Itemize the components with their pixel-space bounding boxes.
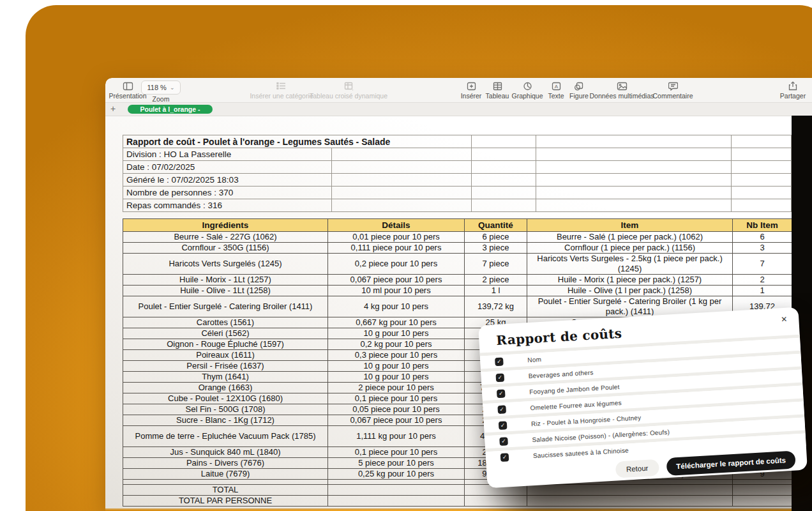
nb-cell[interactable]: 3 bbox=[733, 243, 792, 254]
details-cell[interactable]: 10 ml pour 10 pers bbox=[328, 286, 465, 296]
details-cell[interactable]: 0,1 piece pour 10 pers bbox=[328, 393, 465, 404]
ingredient-cell[interactable]: Carottes (1561) bbox=[123, 317, 328, 328]
details-cell[interactable]: 10 g pour 10 pers bbox=[328, 328, 465, 339]
column-header[interactable]: Quantité bbox=[465, 219, 527, 232]
ingredient-cell[interactable]: Sucre - Blanc - 1Kg (1712) bbox=[123, 415, 328, 426]
meals-cell[interactable]: Repas commandés : 316 bbox=[123, 199, 332, 212]
table-row: Cornflour - 350G (1156)0,111 piece pour … bbox=[123, 243, 792, 254]
comment-button[interactable]: Commentaire bbox=[650, 80, 696, 100]
details-cell[interactable]: 2 piece pour 10 pers bbox=[328, 383, 465, 393]
checkbox-checked-icon[interactable]: ✓ bbox=[495, 373, 504, 382]
table-button[interactable]: Tableau bbox=[483, 80, 511, 100]
ingredient-cell[interactable]: Thym (1641) bbox=[123, 372, 328, 383]
checkbox-checked-icon[interactable]: ✓ bbox=[497, 405, 506, 414]
table-row: Huile - Olive - 1Lt (1258)10 ml pour 10 … bbox=[123, 286, 792, 296]
media-button[interactable]: Données multimédias bbox=[589, 80, 655, 100]
zoom-dropdown[interactable]: 118 % ⌄ bbox=[141, 80, 181, 95]
ingredient-cell[interactable]: Céleri (1562) bbox=[123, 328, 328, 339]
pivot-table-icon bbox=[344, 80, 354, 91]
item-cell[interactable]: Beurre - Salé (1 piece per pack.) (1062) bbox=[527, 232, 733, 243]
checkbox-checked-icon[interactable]: ✓ bbox=[495, 357, 504, 366]
quantity-cell[interactable]: 3 piece bbox=[465, 243, 527, 254]
add-sheet-button[interactable]: + bbox=[110, 103, 116, 114]
details-cell[interactable]: 0,1 piece pour 10 pers bbox=[328, 447, 465, 458]
details-cell[interactable]: 0,067 piece pour 10 pers bbox=[328, 415, 465, 426]
total-label-cell[interactable]: TOTAL bbox=[123, 485, 328, 496]
persons-cell[interactable]: Nombre de personnes : 370 bbox=[123, 187, 332, 199]
ingredient-cell[interactable]: Huile - Olive - 1Lt (1258) bbox=[123, 286, 328, 296]
date-cell[interactable]: Date : 07/02/2025 bbox=[123, 161, 332, 174]
insert-category-button: Insérer une catégorie bbox=[250, 80, 313, 100]
details-cell[interactable]: 0,2 kg pour 10 pers bbox=[328, 339, 465, 350]
nb-cell[interactable]: 7 bbox=[733, 254, 792, 275]
details-cell[interactable]: 0,067 piece pour 10 pers bbox=[328, 275, 465, 286]
ingredient-cell[interactable]: Jus - Sunquick 840 mL (1840) bbox=[123, 447, 328, 458]
insert-button[interactable]: Insérer bbox=[457, 80, 485, 100]
ingredient-cell[interactable]: Sel Fin - 500G (1708) bbox=[123, 404, 328, 415]
details-cell[interactable]: 0,667 kg pour 10 pers bbox=[328, 317, 465, 328]
ingredient-cell[interactable]: Cornflour - 350G (1156) bbox=[123, 243, 328, 254]
item-cell[interactable]: Haricots Verts Surgeles - 2.5kg (1 piece… bbox=[527, 254, 733, 275]
dialog-item-label: Beverages and others bbox=[528, 369, 593, 379]
ingredient-cell[interactable]: Oignon - Rouge Épluché (1597) bbox=[123, 339, 328, 350]
item-cell[interactable]: Cornflour (1 piece per pack.) (1156) bbox=[527, 243, 733, 254]
ingredient-cell[interactable]: Poireaux (1611) bbox=[123, 350, 328, 361]
ingredient-cell[interactable]: Huile - Morix - 1Lt (1257) bbox=[123, 275, 328, 286]
column-header[interactable]: Ingrédients bbox=[123, 219, 328, 232]
share-button[interactable]: Partager bbox=[767, 80, 812, 100]
details-cell[interactable]: 4 kg pour 10 pers bbox=[328, 296, 465, 317]
details-cell[interactable]: 0,25 kg pour 10 pers bbox=[328, 469, 465, 480]
generated-cell[interactable]: Généré le : 07/02/2025 18:03 bbox=[123, 174, 332, 187]
checkbox-checked-icon[interactable]: ✓ bbox=[499, 437, 508, 446]
checkbox-checked-icon[interactable]: ✓ bbox=[499, 421, 508, 430]
details-cell[interactable]: 5 piece pour 10 pers bbox=[328, 458, 465, 469]
table-row: Beurre - Salé - 227G (1062)0,01 piece po… bbox=[123, 232, 792, 243]
details-cell[interactable]: 10 g pour 10 pers bbox=[328, 361, 465, 372]
ingredient-cell[interactable]: Beurre - Salé - 227G (1062) bbox=[123, 232, 328, 243]
ingredient-cell[interactable]: Persil - Frisée (1637) bbox=[123, 361, 328, 372]
quantity-cell[interactable]: 2 piece bbox=[465, 275, 527, 286]
details-cell[interactable]: 0,2 piece pour 10 pers bbox=[328, 254, 465, 275]
column-header[interactable]: Détails bbox=[328, 219, 465, 232]
item-cell[interactable]: Huile - Olive (1 l per pack.) (1258) bbox=[527, 286, 733, 296]
ingredient-cell[interactable]: Cube - Poulet - 12X10G (1680) bbox=[123, 393, 328, 404]
checkbox-checked-icon[interactable]: ✓ bbox=[500, 453, 509, 462]
nb-cell[interactable]: 1 bbox=[733, 286, 792, 296]
report-title-cell[interactable]: Rapport de coût - Poulet à l'orange - Le… bbox=[123, 135, 472, 148]
comment-icon bbox=[668, 80, 678, 91]
quantity-cell[interactable]: 1 l bbox=[465, 286, 527, 296]
checkbox-checked-icon[interactable]: ✓ bbox=[497, 389, 506, 398]
division-cell[interactable]: Division : HO La Passerelle bbox=[123, 148, 332, 161]
ingredient-cell[interactable]: Haricots Verts Surgelés (1245) bbox=[123, 254, 328, 275]
quantity-cell[interactable]: 6 piece bbox=[465, 232, 527, 243]
tab-poulet-a-l-orange[interactable]: Poulet à l_orange - bbox=[128, 105, 213, 114]
table-row: Généré le : 07/02/2025 18:03 bbox=[123, 174, 792, 187]
ingredient-cell[interactable]: Orange (1663) bbox=[123, 383, 328, 393]
back-button[interactable]: Retour bbox=[615, 459, 659, 478]
nb-cell[interactable]: 2 bbox=[733, 275, 792, 286]
details-cell[interactable]: 0,05 piece pour 10 pers bbox=[328, 404, 465, 415]
column-header[interactable]: Nb Item bbox=[733, 219, 792, 232]
chart-icon bbox=[523, 80, 532, 91]
ingredient-cell[interactable]: Laitue (7679) bbox=[123, 469, 328, 480]
ingredient-cell[interactable]: Poulet - Entier Surgelé - Catering Broil… bbox=[123, 296, 328, 317]
quantity-cell[interactable]: 139,72 kg bbox=[465, 296, 527, 317]
toolbar: Présentation 118 % ⌄ Zoom Insérer une ca… bbox=[105, 78, 812, 103]
close-icon[interactable]: ✕ bbox=[781, 315, 788, 324]
quantity-cell[interactable]: 7 piece bbox=[465, 254, 527, 275]
zoom-control[interactable]: 118 % ⌄ Zoom bbox=[139, 80, 183, 103]
text-button[interactable]: A Texte bbox=[544, 80, 568, 100]
ingredient-cell[interactable]: Pains - Divers (7676) bbox=[123, 458, 328, 469]
details-cell[interactable]: 10 g pour 10 pers bbox=[328, 372, 465, 383]
item-cell[interactable]: Huile - Morix (1 piece per pack.) (1257) bbox=[527, 275, 733, 286]
ingredient-cell[interactable]: Pomme de terre - Epluchée Vacuum Pack (1… bbox=[123, 426, 328, 447]
details-cell[interactable]: 0,3 piece pour 10 pers bbox=[328, 350, 465, 361]
ingredients-header-row: IngrédientsDétailsQuantitéItemNb Item bbox=[123, 219, 792, 232]
details-cell[interactable]: 0,01 piece pour 10 pers bbox=[328, 232, 465, 243]
details-cell[interactable]: 0,111 piece pour 10 pers bbox=[328, 243, 465, 254]
total-label-cell[interactable]: TOTAL PAR PERSONNE bbox=[123, 496, 328, 507]
details-cell[interactable]: 1,111 kg pour 10 pers bbox=[328, 426, 465, 447]
column-header[interactable]: Item bbox=[527, 219, 733, 232]
chart-button[interactable]: Graphique bbox=[509, 80, 545, 100]
nb-cell[interactable]: 6 bbox=[733, 232, 792, 243]
